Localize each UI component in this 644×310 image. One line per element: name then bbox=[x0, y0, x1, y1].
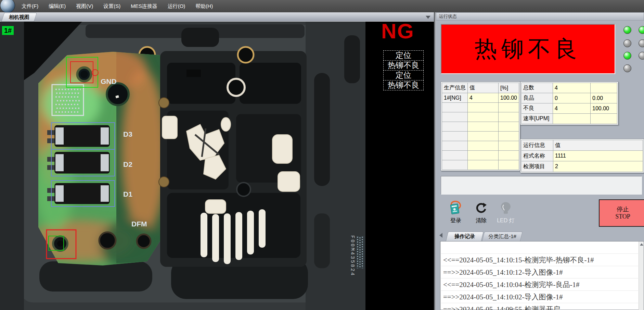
menu-item[interactable]: MES连接器 bbox=[126, 0, 163, 12]
table-cell bbox=[499, 112, 519, 122]
clear-button-label: 清除 bbox=[470, 217, 492, 224]
table-cell: 运行信息 bbox=[521, 140, 553, 151]
led-indicator-off bbox=[623, 39, 631, 47]
log-entry[interactable]: ==>>2024-05-05_14:10:12-导入图像-1# bbox=[441, 266, 638, 278]
table-cell bbox=[468, 122, 499, 132]
table-cell: 值 bbox=[468, 83, 499, 93]
tab-camera-view-label: 相机视图 bbox=[3, 13, 36, 22]
status-panel-title: 运行状态 bbox=[436, 12, 644, 21]
table-cell bbox=[499, 132, 519, 141]
led-indicator-on bbox=[639, 26, 644, 34]
result-banner: 热铆不良 bbox=[441, 24, 615, 74]
table-cell bbox=[468, 160, 499, 170]
tab-category-summary[interactable]: 分类汇总-1# bbox=[483, 232, 521, 241]
log-scrollbar[interactable] bbox=[639, 241, 644, 310]
chevron-down-icon[interactable] bbox=[426, 16, 430, 19]
table-cell bbox=[468, 103, 499, 112]
table-cell: 0 bbox=[553, 93, 591, 103]
silkscreen-dfm-label: DFM bbox=[131, 220, 147, 228]
silkscreen-gnd-label: GND bbox=[101, 77, 117, 85]
defect-label: 热铆不良 bbox=[383, 80, 424, 90]
table-cell bbox=[442, 103, 468, 112]
table-cell: 不良 bbox=[521, 103, 553, 114]
table-cell bbox=[553, 114, 591, 124]
table-cell: [%] bbox=[499, 83, 519, 93]
led-light-button-label: LED 灯 bbox=[495, 217, 517, 224]
menu-item[interactable]: 运行(O) bbox=[163, 0, 191, 12]
app-window: 文件(F)编辑(E)视图(V)设置(S)MES连接器运行(O)帮助(H) 相机视… bbox=[0, 0, 644, 310]
table-cell: 4 bbox=[553, 83, 591, 93]
camera-tab-bar: 相机视图 bbox=[0, 12, 434, 22]
menu-item[interactable]: 设置(S) bbox=[98, 0, 126, 12]
led-grid bbox=[623, 26, 644, 74]
production-table: 生产信息值[%]1#[NG]4100.00 bbox=[441, 82, 520, 171]
silkscreen-d1-label: D1 bbox=[123, 190, 132, 198]
log-entry[interactable]: <<==2024-05-05_14:10:15-检测完毕-热铆不良-1# bbox=[441, 254, 638, 266]
log-lines: <<==2024-05-05_14:10:15-检测完毕-热铆不良-1#==>>… bbox=[441, 241, 638, 310]
table-cell: 生产信息 bbox=[442, 83, 468, 93]
menu-bar-items: 文件(F)编辑(E)视图(V)设置(S)MES连接器运行(O)帮助(H) bbox=[16, 0, 218, 12]
table-cell: 良品 bbox=[521, 93, 553, 103]
led-bulb-icon bbox=[500, 201, 512, 215]
silkscreen-d2-label: D2 bbox=[123, 160, 132, 168]
led-indicator-on bbox=[623, 26, 631, 34]
log-entry[interactable]: ==>>2024-05-05_14:10:02-导入图像-1# bbox=[441, 291, 638, 303]
status-panel: 运行状态 热铆不良 生产信息值[%]1#[NG]4100.00 总数4良品00.… bbox=[436, 12, 644, 310]
table-cell bbox=[442, 160, 468, 170]
table-cell bbox=[499, 122, 519, 132]
menu-item[interactable]: 帮助(H) bbox=[190, 0, 218, 12]
led-indicator-off bbox=[639, 52, 644, 60]
led-light-button[interactable]: LED 灯 bbox=[495, 201, 517, 224]
table-cell bbox=[499, 151, 519, 160]
table-cell bbox=[468, 151, 499, 160]
table-cell: 2 bbox=[553, 161, 643, 172]
log-tabs-scroll-left-icon[interactable] bbox=[439, 233, 442, 238]
led-indicator-off bbox=[623, 64, 631, 72]
app-logo-icon bbox=[0, 0, 15, 13]
tab-category-summary-label: 分类汇总-1# bbox=[483, 232, 521, 241]
table-cell: 程式名称 bbox=[521, 151, 553, 161]
table-cell: 值 bbox=[553, 140, 643, 151]
stats-table: 总数4良品00.00不良4100.00速率[UPM] bbox=[520, 82, 618, 125]
diode-components bbox=[47, 123, 115, 207]
run-info-table: 运行信息值程式名称1111检测项目2 bbox=[520, 139, 644, 173]
message-box bbox=[441, 176, 642, 195]
menu-item[interactable]: 编辑(E) bbox=[43, 0, 71, 12]
table-cell: 总数 bbox=[521, 83, 553, 93]
login-badge-icon bbox=[449, 201, 463, 215]
scroll-up-icon[interactable] bbox=[640, 243, 643, 246]
table-cell bbox=[499, 141, 519, 151]
clear-button[interactable]: 清除 bbox=[470, 201, 492, 223]
table-cell bbox=[442, 151, 468, 160]
defect-label: 热铆不良 bbox=[383, 60, 424, 71]
led-indicator-on bbox=[623, 52, 631, 60]
table-cell: 0.00 bbox=[591, 93, 617, 103]
stop-button-label-cn: 停止 bbox=[617, 206, 629, 213]
tab-operation-log-label: 操作记录 bbox=[447, 232, 482, 241]
table-cell bbox=[468, 141, 499, 151]
menu-item[interactable]: 文件(F) bbox=[16, 0, 43, 12]
table-cell bbox=[591, 83, 617, 93]
log-entry[interactable]: <<==2024-05-05_14:10:04-检测完毕-良品-1# bbox=[441, 278, 638, 291]
table-cell bbox=[442, 141, 468, 151]
stop-button[interactable]: 停止 STOP bbox=[599, 199, 644, 227]
table-cell: 100.00 bbox=[499, 93, 519, 103]
defect-label: 定位 bbox=[383, 50, 424, 61]
menu-bar: 文件(F)编辑(E)视图(V)设置(S)MES连接器运行(O)帮助(H) bbox=[0, 0, 644, 12]
table-cell: 1111 bbox=[553, 151, 643, 161]
clear-refresh-icon bbox=[474, 201, 488, 215]
table-cell: 速率[UPM] bbox=[521, 114, 553, 124]
table-cell bbox=[499, 160, 519, 170]
table-cell bbox=[468, 132, 499, 141]
table-cell bbox=[442, 132, 468, 141]
tab-camera-view[interactable]: 相机视图 bbox=[3, 13, 36, 22]
table-cell bbox=[499, 103, 519, 112]
tab-operation-log[interactable]: 操作记录 bbox=[447, 232, 482, 241]
table-cell: 检测项目 bbox=[521, 161, 553, 172]
login-button[interactable]: 登录 bbox=[445, 201, 467, 223]
table-cell: 4 bbox=[553, 103, 591, 114]
table-cell: 100.00 bbox=[591, 103, 617, 114]
stop-button-label-en: STOP bbox=[615, 213, 630, 220]
menu-item[interactable]: 视图(V) bbox=[71, 0, 98, 12]
log-entry[interactable]: ==>>2024-05-05_14:09:55-检测器开启 bbox=[441, 303, 638, 310]
